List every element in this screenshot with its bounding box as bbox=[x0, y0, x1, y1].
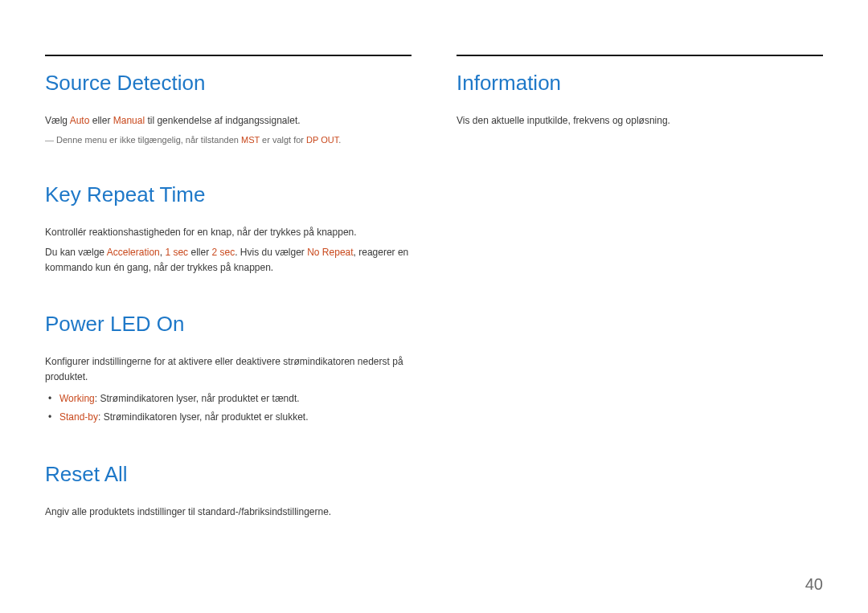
column-rule bbox=[457, 55, 823, 56]
highlight-term: Acceleration bbox=[107, 247, 160, 258]
text-fragment: Du kan vælge bbox=[45, 247, 107, 258]
body-line: Du kan vælge Acceleration, 1 sec eller 2… bbox=[45, 245, 411, 276]
text-fragment: Denne menu er ikke tilgængelig, når tils… bbox=[56, 135, 241, 145]
highlight-term: 1 sec bbox=[165, 247, 188, 258]
text-fragment: : Strømindikatoren lyser, når produktet … bbox=[95, 393, 300, 404]
body-line: Vælg Auto eller Manual til genkendelse a… bbox=[45, 113, 411, 129]
highlight-term: MST bbox=[241, 135, 260, 145]
text-fragment: . bbox=[338, 135, 341, 145]
text-fragment: til genkendelse af indgangssignalet. bbox=[145, 115, 300, 126]
bullet-list: Working: Strømindikatoren lyser, når pro… bbox=[45, 390, 411, 427]
section-information: Information Vis den aktuelle inputkilde,… bbox=[457, 71, 823, 129]
highlight-term: Working bbox=[59, 393, 95, 404]
section-key-repeat-time: Key Repeat Time Kontrollér reaktionshast… bbox=[45, 182, 411, 276]
section-title: Information bbox=[457, 71, 823, 96]
highlight-term: Stand-by bbox=[59, 411, 98, 423]
body-line: Konfigurer indstillingerne for at aktive… bbox=[45, 354, 411, 385]
highlight-term: 2 sec bbox=[211, 247, 235, 258]
column-rule bbox=[45, 55, 411, 56]
text-fragment: . Hvis du vælger bbox=[235, 247, 307, 258]
highlight-term: No Repeat bbox=[307, 247, 353, 258]
left-column: Source Detection Vælg Auto eller Manual … bbox=[45, 55, 411, 589]
note-line: Denne menu er ikke tilgængelig, når tils… bbox=[45, 133, 411, 147]
highlight-term: Manual bbox=[113, 115, 145, 126]
list-item: Stand-by: Strømindikatoren lyser, når pr… bbox=[48, 408, 411, 427]
section-title: Reset All bbox=[45, 462, 411, 487]
section-reset-all: Reset All Angiv alle produktets indstill… bbox=[45, 462, 411, 520]
text-fragment: Vælg bbox=[45, 115, 70, 126]
highlight-term: DP OUT bbox=[306, 135, 338, 145]
text-fragment: eller bbox=[188, 247, 211, 258]
section-power-led-on: Power LED On Konfigurer indstillingerne … bbox=[45, 312, 411, 427]
manual-page: Source Detection Vælg Auto eller Manual … bbox=[0, 0, 868, 613]
highlight-term: Auto bbox=[70, 115, 90, 126]
section-title: Power LED On bbox=[45, 312, 411, 337]
right-column: Information Vis den aktuelle inputkilde,… bbox=[457, 55, 823, 589]
text-fragment: eller bbox=[89, 115, 113, 126]
page-number: 40 bbox=[805, 575, 823, 594]
body-line: Angiv alle produktets indstillinger til … bbox=[45, 505, 411, 520]
body-line: Vis den aktuelle inputkilde, frekvens og… bbox=[457, 113, 823, 129]
text-fragment: er valgt for bbox=[260, 135, 306, 145]
section-title: Key Repeat Time bbox=[45, 182, 411, 207]
two-column-layout: Source Detection Vælg Auto eller Manual … bbox=[45, 55, 823, 589]
section-source-detection: Source Detection Vælg Auto eller Manual … bbox=[45, 71, 411, 147]
section-title: Source Detection bbox=[45, 71, 411, 96]
list-item: Working: Strømindikatoren lyser, når pro… bbox=[48, 390, 411, 408]
text-fragment: : Strømindikatoren lyser, når produktet … bbox=[98, 411, 308, 423]
body-line: Kontrollér reaktionshastigheden for en k… bbox=[45, 225, 411, 240]
